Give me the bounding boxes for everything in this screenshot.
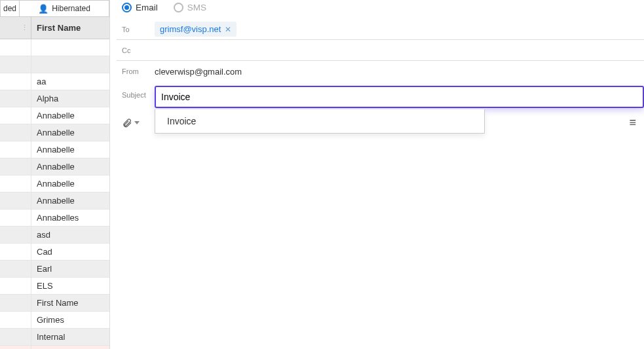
subject-field-wrap: Invoice (155, 86, 644, 108)
autocomplete-item[interactable]: Invoice (155, 109, 484, 133)
row-cell-blank (0, 124, 31, 141)
from-row: From cleverwisp@gmail.com (117, 61, 644, 82)
from-label: From (117, 67, 155, 75)
tab-hibernated-label: Hibernated (52, 4, 90, 13)
table-row[interactable]: Annabelle (0, 124, 109, 141)
row-cell-firstname: Annabelles (31, 213, 109, 223)
menu-icon[interactable]: ≡ (629, 116, 636, 130)
table-row[interactable]: Cad (0, 244, 109, 261)
row-cell-blank (0, 141, 31, 158)
row-cell-firstname: Annabelle (31, 196, 109, 206)
row-cell-firstname: Earl (31, 264, 109, 274)
tab-partial-label: ded (3, 4, 16, 13)
row-cell-firstname: Annabelle (31, 111, 109, 120)
row-cell-firstname: First Name (31, 298, 109, 308)
row-cell-blank (0, 39, 31, 56)
row-cell-firstname: Annabelle (31, 145, 109, 155)
radio-email-label: Email (136, 3, 158, 12)
radio-email[interactable]: Email (122, 3, 158, 12)
table-row[interactable]: Earl (0, 261, 109, 278)
table-row[interactable]: Annabelle (0, 175, 109, 193)
row-cell-blank (0, 90, 31, 107)
row-cell-blank (0, 346, 31, 349)
to-row: To grimsf@visp.net ✕ (117, 19, 644, 40)
row-cell-firstname: asd (31, 230, 109, 240)
table-row[interactable]: Annabelle (0, 107, 109, 124)
table-body: aaAlphaAnnabelleAnnabelleAnnabelleAnnabe… (0, 39, 109, 349)
radio-sms-label: SMS (187, 3, 206, 12)
cc-label: Cc (117, 46, 155, 54)
column-header-row: ⋮ First Name (0, 17, 109, 39)
attach-button[interactable] (119, 117, 142, 130)
tab-bar: ded 👤 Hibernated (0, 0, 109, 17)
column-header-firstname[interactable]: First Name (31, 23, 109, 33)
subject-label: Subject (117, 86, 155, 99)
row-cell-blank (0, 261, 31, 277)
table-row[interactable] (0, 346, 109, 349)
table-row[interactable]: Annabelles (0, 210, 109, 227)
row-cell-blank (0, 278, 31, 294)
recipient-chip-text: grimsf@visp.net (160, 24, 221, 34)
row-cell-blank (0, 227, 31, 243)
table-row[interactable]: Annabelle (0, 193, 109, 210)
tab-hibernated[interactable]: 👤 Hibernated (20, 0, 109, 16)
row-cell-firstname: Grimes (31, 315, 109, 325)
table-row[interactable]: Annabelle (0, 158, 109, 175)
person-icon: 👤 (38, 4, 48, 14)
row-cell-blank (0, 295, 31, 311)
table-row[interactable]: ELS (0, 278, 109, 295)
row-cell-firstname: Annabelle (31, 128, 109, 138)
row-cell-blank (0, 210, 31, 226)
to-label: To (117, 26, 155, 33)
row-cell-firstname: Annabelle (31, 179, 109, 189)
to-field[interactable]: grimsf@visp.net ✕ (155, 22, 644, 37)
row-cell-blank (0, 73, 31, 90)
row-cell-blank (0, 158, 31, 175)
table-row[interactable] (0, 56, 109, 73)
table-row[interactable]: Alpha (0, 90, 109, 107)
chevron-down-icon (134, 121, 140, 124)
row-cell-firstname: Cad (31, 247, 109, 257)
row-cell-firstname: ELS (31, 281, 109, 291)
row-cell-firstname: Internal (31, 332, 109, 342)
table-row[interactable]: Grimes (0, 312, 109, 329)
row-cell-blank (0, 244, 31, 260)
row-cell-blank (0, 329, 31, 345)
radio-on-icon (122, 3, 132, 12)
cc-row: Cc (117, 40, 644, 61)
paperclip-icon (122, 118, 132, 128)
recipient-chip[interactable]: grimsf@visp.net ✕ (155, 22, 237, 37)
subject-row: Subject Invoice (117, 82, 644, 111)
row-cell-firstname: Alpha (31, 94, 109, 103)
compose-panel: Email SMS To grimsf@visp.net ✕ Cc From c… (117, 0, 644, 349)
from-value: cleverwisp@gmail.com (155, 67, 644, 77)
chip-remove-icon[interactable]: ✕ (225, 25, 231, 34)
radio-sms[interactable]: SMS (174, 3, 206, 12)
table-row[interactable]: aa (0, 73, 109, 90)
table-row[interactable]: Annabelle (0, 141, 109, 158)
row-cell-blank (0, 107, 31, 124)
row-cell-firstname: aa (31, 77, 109, 86)
row-cell-blank (0, 56, 31, 73)
message-type-row: Email SMS (117, 0, 644, 19)
row-cell-blank (0, 175, 31, 192)
table-row[interactable]: Internal (0, 329, 109, 346)
row-cell-blank (0, 193, 31, 209)
tab-partial[interactable]: ded (0, 0, 20, 16)
subject-input[interactable] (155, 86, 644, 108)
table-row[interactable]: First Name (0, 295, 109, 312)
row-cell-blank (0, 312, 31, 328)
contacts-panel: ded 👤 Hibernated ⋮ First Name aaAlphaAnn… (0, 0, 110, 349)
column-drag-handle[interactable]: ⋮ (0, 17, 31, 39)
row-cell-firstname: Annabelle (31, 162, 109, 172)
table-row[interactable] (0, 39, 109, 56)
subject-autocomplete: Invoice (155, 109, 485, 134)
table-row[interactable]: asd (0, 227, 109, 244)
radio-off-icon (174, 3, 183, 12)
